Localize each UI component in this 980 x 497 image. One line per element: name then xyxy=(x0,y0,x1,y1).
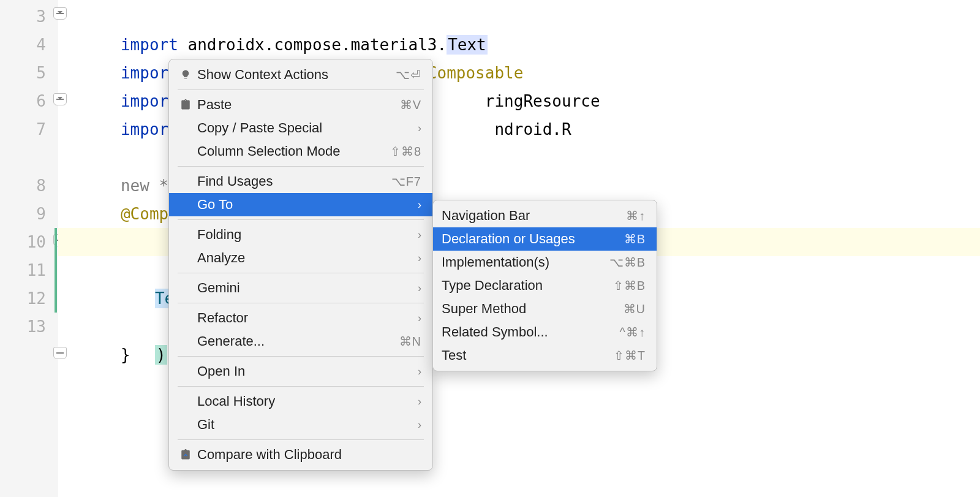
menu-shortcut: ^⌘↑ xyxy=(620,325,646,340)
menu-label: Related Symbol... xyxy=(442,324,620,340)
chevron-right-icon: › xyxy=(418,312,421,325)
line-number: 3 xyxy=(0,2,46,31)
menu-label: Folding xyxy=(197,227,412,243)
menu-separator xyxy=(178,439,424,440)
menu-item-go-to[interactable]: Go To › xyxy=(169,193,432,216)
change-marker xyxy=(55,228,57,256)
menu-label: Test xyxy=(442,347,614,363)
gutter: 3 4 5 6 7 8 9 10 11 12 13 xyxy=(0,0,58,497)
menu-label: Analyze xyxy=(197,250,412,266)
chevron-right-icon: › xyxy=(418,229,421,241)
line-number: 9 xyxy=(0,200,46,228)
change-marker xyxy=(55,256,57,284)
menu-separator xyxy=(178,303,424,303)
menu-item-analyze[interactable]: Analyze › xyxy=(169,246,432,270)
chevron-right-icon: › xyxy=(418,122,421,135)
menu-item-compare-clipboard[interactable]: Compare with Clipboard xyxy=(169,443,432,466)
bracket: ) xyxy=(155,345,167,365)
menu-separator xyxy=(178,166,424,167)
go-to-submenu: Navigation Bar ⌘↑ Declaration or Usages … xyxy=(432,200,657,371)
line-number: 4 xyxy=(0,31,46,59)
menu-shortcut: ⇧⌘8 xyxy=(390,144,421,159)
menu-label: Show Context Actions xyxy=(197,67,396,83)
clipboard-compare-icon xyxy=(178,449,194,460)
submenu-item-test[interactable]: Test ⇧⌘T xyxy=(433,344,657,367)
menu-label: Refactor xyxy=(197,310,412,326)
menu-label: Column Selection Mode xyxy=(197,143,390,159)
menu-shortcut: ⌘N xyxy=(399,334,421,349)
menu-separator xyxy=(178,219,424,220)
submenu-item-type-declaration[interactable]: Type Declaration ⇧⌘B xyxy=(433,274,657,297)
line-number: 7 xyxy=(0,115,46,143)
line-number: 13 xyxy=(0,313,46,341)
menu-label: Declaration or Usages xyxy=(442,231,624,247)
menu-item-refactor[interactable]: Refactor › xyxy=(169,306,432,330)
menu-label: Type Declaration xyxy=(442,278,613,294)
menu-label: Git xyxy=(197,417,412,433)
menu-item-copy-paste-special[interactable]: Copy / Paste Special › xyxy=(169,116,432,140)
menu-shortcut: ⇧⌘T xyxy=(614,348,646,363)
menu-item-find-usages[interactable]: Find Usages ⌥F7 xyxy=(169,170,432,193)
line-number: 8 xyxy=(0,172,46,200)
menu-label: Local History xyxy=(197,393,412,409)
menu-shortcut: ⌥⏎ xyxy=(396,67,421,82)
menu-separator xyxy=(178,356,424,357)
menu-label: Go To xyxy=(197,197,412,213)
menu-shortcut: ⌘U xyxy=(624,302,646,316)
chevron-right-icon: › xyxy=(418,419,421,431)
code-line[interactable]: import androidx.compose.runtime.Composab… xyxy=(58,31,980,59)
menu-item-paste[interactable]: Paste ⌘V xyxy=(169,93,432,116)
clipboard-icon xyxy=(178,99,194,110)
submenu-item-implementations[interactable]: Implementation(s) ⌥⌘B xyxy=(433,251,657,274)
menu-separator xyxy=(178,89,424,90)
code-line[interactable]: import androidx.compose.material3.Text xyxy=(58,2,980,31)
menu-label: Generate... xyxy=(197,333,399,349)
line-number: 10 xyxy=(0,228,46,256)
change-marker xyxy=(55,284,57,313)
menu-label: Compare with Clipboard xyxy=(197,447,421,463)
chevron-right-icon: › xyxy=(418,199,421,211)
menu-item-open-in[interactable]: Open In › xyxy=(169,360,432,383)
menu-separator xyxy=(178,273,424,273)
line-number: 11 xyxy=(0,256,46,284)
menu-label: Open In xyxy=(197,363,412,379)
submenu-item-related-symbol[interactable]: Related Symbol... ^⌘↑ xyxy=(433,321,657,344)
menu-item-folding[interactable]: Folding › xyxy=(169,223,432,246)
chevron-right-icon: › xyxy=(418,282,421,295)
submenu-item-navigation-bar[interactable]: Navigation Bar ⌘↑ xyxy=(433,204,657,227)
menu-shortcut: ⌥F7 xyxy=(391,174,421,189)
menu-item-show-context-actions[interactable]: Show Context Actions ⌥⏎ xyxy=(169,63,432,86)
line-number: 5 xyxy=(0,59,46,87)
menu-label: Find Usages xyxy=(197,173,391,189)
menu-label: Paste xyxy=(197,97,400,113)
chevron-right-icon: › xyxy=(418,252,421,265)
menu-shortcut: ⌘↑ xyxy=(626,208,646,223)
menu-label: Copy / Paste Special xyxy=(197,120,412,136)
menu-shortcut: ⌘B xyxy=(624,232,646,246)
line-number: 6 xyxy=(0,87,46,115)
line-gap xyxy=(0,143,46,172)
menu-shortcut: ⌘V xyxy=(400,97,421,112)
menu-label: Super Method xyxy=(442,301,624,317)
menu-separator xyxy=(178,386,424,387)
menu-item-gemini[interactable]: Gemini › xyxy=(169,276,432,300)
menu-label: Implementation(s) xyxy=(442,254,609,270)
menu-label: Gemini xyxy=(197,280,412,296)
line-number: 12 xyxy=(0,284,46,313)
menu-item-generate[interactable]: Generate... ⌘N xyxy=(169,330,432,353)
submenu-item-super-method[interactable]: Super Method ⌘U xyxy=(433,297,657,321)
menu-item-git[interactable]: Git › xyxy=(169,413,432,436)
menu-shortcut: ⌥⌘B xyxy=(609,255,646,270)
context-menu: Show Context Actions ⌥⏎ Paste ⌘V Copy / … xyxy=(168,59,433,471)
chevron-right-icon: › xyxy=(418,395,421,408)
menu-item-local-history[interactable]: Local History › xyxy=(169,390,432,413)
bracket: } xyxy=(121,346,130,364)
menu-label: Navigation Bar xyxy=(442,208,626,224)
menu-item-column-selection[interactable]: Column Selection Mode ⇧⌘8 xyxy=(169,140,432,163)
bulb-icon xyxy=(178,69,194,80)
submenu-item-declaration-usages[interactable]: Declaration or Usages ⌘B xyxy=(433,227,657,251)
menu-shortcut: ⇧⌘B xyxy=(613,278,646,293)
chevron-right-icon: › xyxy=(418,365,421,378)
